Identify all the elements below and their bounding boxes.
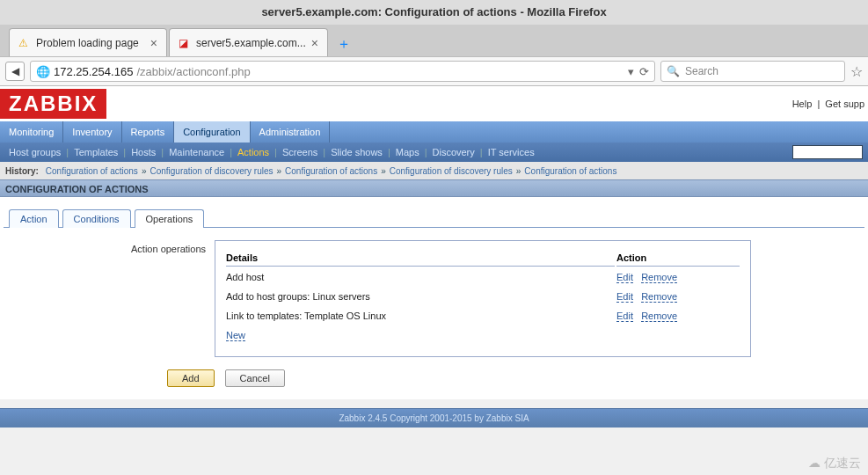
- main-nav: Monitoring Inventory Reports Configurati…: [0, 121, 868, 142]
- help-link[interactable]: Help: [792, 99, 813, 109]
- url-path: /zabbix/actionconf.php: [136, 65, 250, 78]
- subnav-search-input[interactable]: [792, 145, 863, 159]
- close-icon[interactable]: ×: [311, 36, 318, 50]
- app-header: ZABBIX Help | Get supp: [0, 86, 868, 121]
- browser-tab-label: server5.example.com...: [196, 37, 306, 49]
- window-title: server5.example.com: Configuration of ac…: [0, 0, 868, 25]
- warning-icon: ⚠: [18, 37, 31, 49]
- nav-administration[interactable]: Administration: [251, 121, 331, 142]
- breadcrumb-item[interactable]: Configuration of actions: [46, 166, 138, 176]
- cancel-button[interactable]: Cancel: [225, 369, 285, 387]
- globe-icon: 🌐: [36, 65, 50, 78]
- close-icon[interactable]: ×: [150, 36, 157, 50]
- nav-inventory[interactable]: Inventory: [63, 121, 121, 142]
- th-action: Action: [616, 250, 740, 267]
- subnav-discovery[interactable]: Discovery: [429, 147, 478, 157]
- breadcrumb-item[interactable]: Configuration of actions: [524, 166, 616, 176]
- nav-configuration[interactable]: Configuration: [174, 121, 250, 142]
- operations-box: Details Action Add host Edit Remove Add …: [215, 240, 751, 357]
- new-operation-link[interactable]: New: [226, 330, 245, 341]
- url-bar: ◀ 🌐 172.25.254.165/zabbix/actionconf.php…: [0, 56, 868, 86]
- bookmark-icon[interactable]: ☆: [850, 63, 863, 80]
- subnav-templates[interactable]: Templates: [70, 147, 121, 157]
- support-link[interactable]: Get supp: [825, 99, 864, 109]
- new-tab-button[interactable]: ＋: [335, 35, 353, 53]
- cell-details: Add to host groups: Linux servers: [226, 288, 615, 305]
- breadcrumb-label: History:: [5, 166, 39, 176]
- search-input[interactable]: 🔍 Search: [660, 61, 845, 82]
- url-host: 172.25.254.165: [54, 65, 133, 78]
- breadcrumb-item[interactable]: Configuration of discovery rules: [150, 166, 273, 176]
- browser-tab-problem[interactable]: ⚠ Problem loading page ×: [9, 28, 167, 56]
- search-placeholder: Search: [685, 65, 718, 77]
- subnav-it-services[interactable]: IT services: [485, 147, 538, 157]
- subnav-screens[interactable]: Screens: [279, 147, 321, 157]
- nav-monitoring[interactable]: Monitoring: [0, 121, 63, 142]
- th-details: Details: [226, 250, 615, 267]
- breadcrumb: History: Configuration of actions » Conf…: [0, 162, 868, 179]
- cell-details: Add host: [226, 268, 615, 286]
- subnav-slideshows[interactable]: Slide shows: [327, 147, 386, 157]
- inner-tabs: Action Conditions Operations: [9, 209, 864, 228]
- breadcrumb-item[interactable]: Configuration of discovery rules: [390, 166, 513, 176]
- cloud-icon: ☁: [808, 456, 821, 470]
- nav-reports[interactable]: Reports: [122, 121, 175, 142]
- edit-link[interactable]: Edit: [616, 291, 633, 303]
- form-label-operations: Action operations: [4, 240, 215, 357]
- browser-tab-label: Problem loading page: [36, 37, 139, 49]
- logo: ZABBIX: [0, 89, 106, 119]
- subnav-host-groups[interactable]: Host groups: [5, 147, 64, 157]
- back-button[interactable]: ◀: [5, 62, 25, 81]
- edit-link[interactable]: Edit: [616, 311, 633, 322]
- page-body: Action Conditions Operations Action oper…: [0, 197, 868, 399]
- table-row: Link to templates: Template OS Linux Edi…: [226, 307, 740, 325]
- watermark: ☁ 亿速云: [808, 456, 861, 471]
- edit-link[interactable]: Edit: [616, 272, 633, 283]
- remove-link[interactable]: Remove: [641, 272, 677, 283]
- subnav-hosts[interactable]: Hosts: [128, 147, 159, 157]
- browser-tab-zabbix[interactable]: ◪ server5.example.com... ×: [169, 28, 328, 56]
- reload-icon[interactable]: ⟳: [639, 65, 649, 78]
- dropdown-icon[interactable]: ▾: [628, 65, 634, 78]
- tab-operations[interactable]: Operations: [135, 209, 205, 228]
- browser-tabs: ⚠ Problem loading page × ◪ server5.examp…: [0, 25, 868, 56]
- footer: Zabbix 2.4.5 Copyright 2001-2015 by Zabb…: [0, 408, 868, 428]
- tab-action[interactable]: Action: [9, 209, 59, 228]
- table-row: Add to host groups: Linux servers Edit R…: [226, 288, 740, 305]
- zabbix-favicon: ◪: [179, 37, 191, 49]
- tab-conditions[interactable]: Conditions: [62, 209, 131, 228]
- cell-details: Link to templates: Template OS Linux: [226, 307, 615, 325]
- subnav-maps[interactable]: Maps: [392, 147, 423, 157]
- sub-nav: Host groups| Templates| Hosts| Maintenan…: [0, 142, 868, 162]
- header-links: Help | Get supp: [792, 99, 868, 109]
- subnav-actions[interactable]: Actions: [234, 147, 273, 157]
- page-title: CONFIGURATION OF ACTIONS: [0, 179, 868, 197]
- remove-link[interactable]: Remove: [641, 291, 677, 303]
- table-row: Add host Edit Remove: [226, 268, 740, 286]
- remove-link[interactable]: Remove: [641, 311, 677, 322]
- url-input[interactable]: 🌐 172.25.254.165/zabbix/actionconf.php ▾…: [30, 61, 655, 82]
- breadcrumb-item[interactable]: Configuration of actions: [285, 166, 377, 176]
- search-icon: 🔍: [667, 65, 680, 77]
- add-button[interactable]: Add: [167, 369, 215, 387]
- subnav-maintenance[interactable]: Maintenance: [165, 147, 228, 157]
